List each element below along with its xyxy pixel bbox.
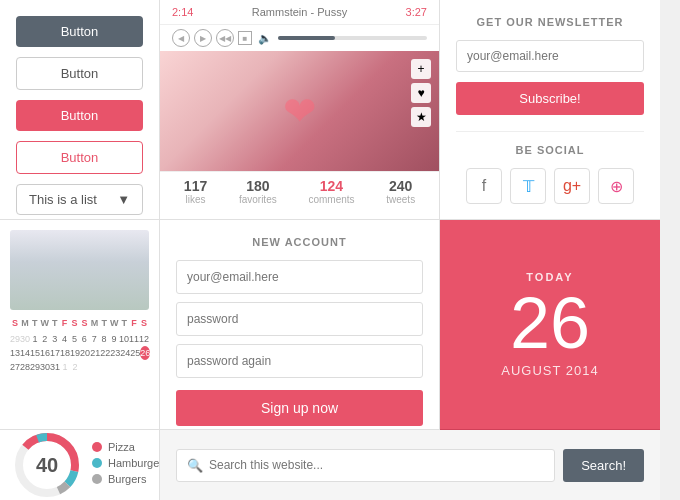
play-button[interactable]: ▶ [194,29,212,47]
cal-cell[interactable]: 17 [50,346,60,360]
today-label: TODAY [526,271,573,283]
cal-cell[interactable]: 12 [139,332,149,346]
cal-cell[interactable]: 3 [50,332,60,346]
add-icon[interactable]: + [411,59,431,79]
tweets-label: tweets [386,194,415,205]
dribbble-icon[interactable]: ⊕ [598,168,634,204]
cal-cell[interactable]: 19 [70,346,80,360]
cal-cell[interactable]: 27 [10,360,20,374]
cal-header-fri1: F [60,316,70,330]
dropdown-button[interactable]: This is a list ▼ [16,184,143,215]
cal-cell[interactable]: 9 [109,332,119,346]
rewind-button[interactable]: ◀◀ [216,29,234,47]
dark-button[interactable]: Button [16,16,143,47]
prev-button[interactable]: ◀ [172,29,190,47]
donut-chart: 40 [12,430,82,500]
legend-label-burgers: Burgers [108,473,160,485]
buttons-panel: Button Button Button Button This is a li… [0,0,160,220]
music-controls: ◀ ▶ ◀◀ ■ [172,29,252,47]
red-outline-button[interactable]: Button [16,141,143,174]
cal-cell[interactable]: 10 [119,332,129,346]
cal-header-thu1: T [50,316,60,330]
search-icon: 🔍 [187,458,203,473]
calendar-image [10,230,149,310]
progress-fill [278,36,335,40]
social-title: BE SOCIAL [456,144,644,156]
signup-button[interactable]: Sign up now [176,390,423,426]
calendar-photo [10,230,149,310]
outline-button[interactable]: Button [16,57,143,90]
heart-tattoo: ❤ [283,88,317,134]
elapsed-time: 2:14 [172,6,193,18]
cal-cell[interactable]: 2 [40,332,50,346]
cal-cell[interactable]: 4 [60,332,70,346]
cal-row-2: 13 14 15 16 17 18 19 20 21 22 23 24 25 2… [10,346,149,360]
cal-row-3: 27 28 29 30 31 1 2 [10,360,149,374]
cal-cell[interactable]: 18 [60,346,70,360]
cal-cell[interactable]: 1 [30,332,40,346]
calendar-grid: S M T W T F S S M T W T F S 29 30 1 2 [10,316,149,374]
progress-track[interactable] [278,36,427,40]
cal-cell[interactable]: 7 [89,332,99,346]
music-overlay-actions: + ♥ ★ [411,59,431,127]
cal-cell[interactable]: 16 [40,346,50,360]
newsletter-title: GET OUR NEWSLETTER [456,16,644,28]
tweets-count: 240 [386,178,415,194]
signup-title: NEW ACCOUNT [176,236,423,248]
signup-password-input[interactable] [176,302,423,336]
cal-cell[interactable]: 5 [70,332,80,346]
cal-header-tue1: T [30,316,40,330]
red-button[interactable]: Button [16,100,143,131]
signup-email-input[interactable] [176,260,423,294]
search-button[interactable]: Search! [563,449,644,482]
cal-cell[interactable]: 13 [10,346,20,360]
cal-cell[interactable]: 21 [90,346,100,360]
cal-cell[interactable]: 29 [30,360,40,374]
search-input[interactable] [209,458,544,472]
stop-button[interactable]: ■ [238,31,252,45]
cal-cell[interactable]: 2 [70,360,80,374]
cal-cell[interactable]: 23 [110,346,120,360]
cal-cell[interactable]: 15 [30,346,40,360]
legend-dot-pizza [92,442,102,452]
cal-cell[interactable]: 31 [50,360,60,374]
likes-label: likes [184,194,207,205]
cal-cell[interactable]: 25 [130,346,140,360]
favorite-icon[interactable]: ♥ [411,83,431,103]
progress-bar-row: ◀ ▶ ◀◀ ■ 🔈 [160,25,439,51]
cal-cell[interactable]: 30 [20,332,30,346]
signup-panel: NEW ACCOUNT Sign up now [160,220,440,430]
legend-label-pizza: Pizza [108,441,160,453]
chart-center-number: 40 [36,454,58,477]
music-stats: 117 likes 180 favorites 124 comments 240… [160,171,439,211]
twitter-icon[interactable]: 𝕋 [510,168,546,204]
facebook-icon[interactable]: f [466,168,502,204]
cal-cell[interactable]: 24 [120,346,130,360]
signup-confirm-input[interactable] [176,344,423,378]
newsletter-panel: GET OUR NEWSLETTER Subscribe! BE SOCIAL … [440,0,660,220]
cal-cell[interactable]: 14 [20,346,30,360]
cal-cell[interactable]: 20 [80,346,90,360]
cal-cell[interactable]: 1 [60,360,70,374]
search-box: 🔍 [176,449,555,482]
subscribe-button[interactable]: Subscribe! [456,82,644,115]
legend-item-hamburgers: Hamburgers 9% [92,457,160,469]
cal-cell-today[interactable]: 26 [140,346,150,360]
cal-cell[interactable]: 6 [79,332,89,346]
legend-dot-hamburgers [92,458,102,468]
cal-cell[interactable]: 11 [129,332,139,346]
newsletter-email-input[interactable] [456,40,644,72]
googleplus-icon[interactable]: g+ [554,168,590,204]
comments-count: 124 [308,178,354,194]
today-panel: TODAY 26 AUGUST 2014 [440,220,660,430]
cal-cell[interactable]: 29 [10,332,20,346]
cal-cell[interactable]: 22 [100,346,110,360]
cal-row-1: 29 30 1 2 3 4 5 6 7 8 9 10 11 12 [10,332,149,346]
star-icon[interactable]: ★ [411,107,431,127]
cal-header-thu2: T [119,316,129,330]
cal-header-sat2: S [139,316,149,330]
cal-cell[interactable]: 8 [99,332,109,346]
cal-cell[interactable]: 30 [40,360,50,374]
social-icons-row: f 𝕋 g+ ⊕ [456,168,644,204]
cal-cell[interactable]: 28 [20,360,30,374]
